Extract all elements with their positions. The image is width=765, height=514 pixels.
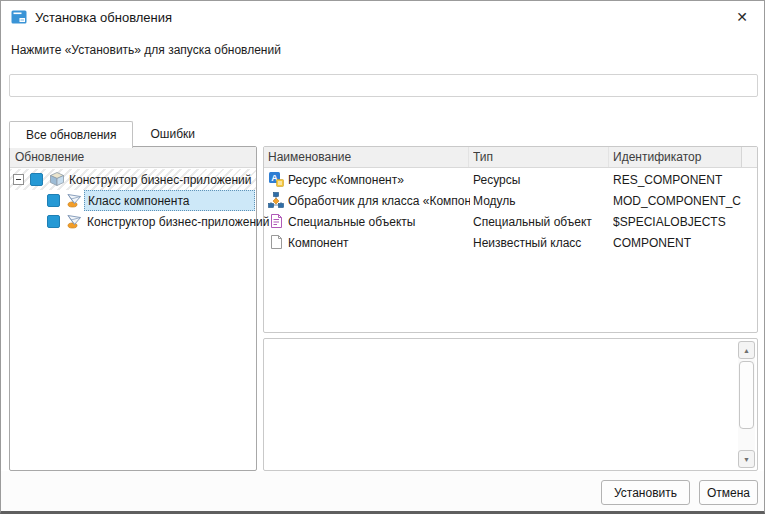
cell-name: Специальные объекты — [288, 211, 470, 232]
tree-column-header: Обновление — [10, 147, 256, 168]
cell-name: Обработчик для класса «Компонент — [288, 190, 470, 211]
vertical-scrollbar[interactable]: ▲ ▼ — [738, 341, 755, 468]
close-icon[interactable]: ✕ — [733, 8, 751, 26]
footer-bar: Установить Отмена — [1, 471, 764, 511]
detail-text-panel[interactable]: ▲ ▼ — [263, 338, 758, 471]
blank-document-icon — [268, 234, 284, 250]
tree-item-label[interactable]: Конструктор бизнес-приложений — [84, 211, 272, 232]
table-row[interactable]: Компонент Неизвестный класс COMPONENT — [264, 232, 757, 253]
scroll-up-icon[interactable]: ▲ — [738, 341, 755, 359]
tab-all-updates[interactable]: Все обновления — [9, 121, 133, 148]
scroll-down-icon[interactable]: ▼ — [738, 450, 755, 468]
cell-name: Компонент — [288, 232, 470, 253]
cell-type: Неизвестный класс — [473, 232, 609, 253]
window-form-icon — [11, 9, 28, 25]
install-button[interactable]: Установить — [601, 480, 690, 505]
cell-type: Специальный объект — [473, 211, 609, 232]
cell-id: $SPECIALOBJECTS — [613, 211, 741, 232]
cell-type: Модуль — [473, 190, 609, 211]
tab-errors[interactable]: Ошибки — [133, 121, 212, 147]
table-row[interactable]: Обработчик для класса «Компонент Модуль … — [264, 190, 757, 211]
cell-id: RES_COMPONENT — [613, 169, 741, 190]
header-scroll-gutter — [741, 147, 757, 167]
column-header-type[interactable]: Тип — [473, 147, 609, 167]
title-bar: Установка обновления ✕ — [1, 1, 764, 33]
class-icon — [66, 192, 82, 208]
resource-icon: A — [268, 171, 284, 187]
tree-item-label[interactable]: Класс компонента — [84, 190, 255, 211]
tree-checkbox[interactable] — [30, 173, 43, 186]
tree-checkbox[interactable] — [47, 194, 60, 207]
package-icon — [49, 171, 65, 187]
column-header-name[interactable]: Наименование — [268, 147, 469, 167]
tree-row[interactable]: Конструктор бизнес-приложений — [10, 169, 256, 190]
tree-row[interactable]: Класс компонента — [10, 190, 256, 211]
update-objects-table: Наименование Тип Идентификатор A Ресурс … — [263, 146, 758, 333]
cancel-button[interactable]: Отмена — [699, 480, 758, 505]
instruction-text: Нажмите «Установить» для запуска обновле… — [11, 43, 281, 57]
tab-strip: Все обновления Ошибки — [9, 121, 212, 147]
scrollbar-thumb[interactable] — [739, 361, 754, 429]
tree-row[interactable]: Конструктор бизнес-приложений — [10, 211, 256, 232]
tree-checkbox[interactable] — [47, 215, 60, 228]
class-icon — [66, 213, 82, 229]
module-icon — [268, 192, 284, 208]
table-row[interactable]: A Ресурс «Компонент» Ресурсы RES_COMPONE… — [264, 169, 757, 190]
tree-item-label[interactable]: Конструктор бизнес-приложений — [66, 169, 254, 190]
table-header-row: Наименование Тип Идентификатор — [264, 147, 757, 168]
cell-name: Ресурс «Компонент» — [288, 169, 470, 190]
update-install-dialog: Установка обновления ✕ Нажмите «Установи… — [0, 0, 765, 514]
progress-bar — [9, 74, 758, 97]
table-row[interactable]: Специальные объекты Специальный объект $… — [264, 211, 757, 232]
collapse-icon[interactable] — [13, 174, 24, 185]
update-tree-panel: Обновление Конструктор бизнес-приложений… — [9, 146, 257, 471]
cell-id: COMPONENT — [613, 232, 741, 253]
dialog-title: Установка обновления — [35, 10, 172, 25]
column-header-id[interactable]: Идентификатор — [613, 147, 741, 167]
cell-id: MOD_COMPONENT_CLASS_ — [613, 190, 741, 211]
cell-type: Ресурсы — [473, 169, 609, 190]
